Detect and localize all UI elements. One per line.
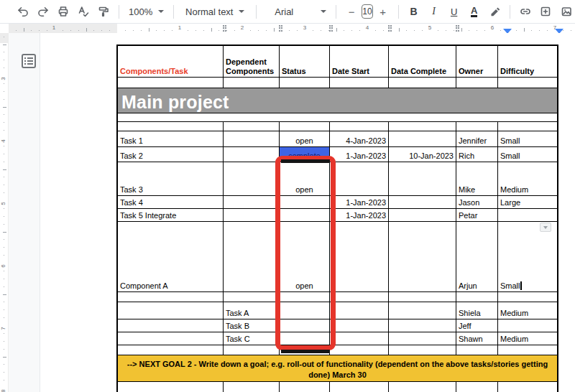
empty-cell[interactable] xyxy=(456,345,498,355)
empty-cell[interactable] xyxy=(498,292,558,302)
empty-cell[interactable] xyxy=(224,78,280,88)
horizontal-ruler[interactable]: 11234567 xyxy=(9,24,575,33)
empty-cell[interactable] xyxy=(498,382,558,392)
add-comment-button[interactable] xyxy=(537,3,554,20)
column-header[interactable]: Data Complete xyxy=(389,46,456,78)
table-cell[interactable]: Medium xyxy=(498,162,558,196)
table-cell[interactable]: Medium xyxy=(498,332,558,345)
table-cell[interactable] xyxy=(330,302,389,319)
table-cell[interactable]: Task B xyxy=(224,319,280,332)
table-cell[interactable] xyxy=(118,302,224,319)
column-header[interactable]: Owner xyxy=(456,46,498,78)
section-banner-main-project[interactable]: Main project xyxy=(118,88,558,113)
table-cell[interactable]: complete xyxy=(280,147,330,162)
table-cell[interactable] xyxy=(280,196,330,209)
insert-link-button[interactable] xyxy=(517,3,534,20)
table-cell[interactable] xyxy=(389,162,456,196)
table-cell[interactable]: Task 3 xyxy=(118,162,224,196)
table-cell[interactable]: Task A xyxy=(224,302,280,319)
empty-cell[interactable] xyxy=(118,78,224,88)
table-cell[interactable] xyxy=(280,319,330,332)
table-cell[interactable]: Jennifer xyxy=(456,131,498,147)
table-cell[interactable] xyxy=(498,209,558,222)
empty-cell[interactable] xyxy=(330,345,389,355)
italic-button[interactable]: I xyxy=(426,3,443,20)
table-cell[interactable]: Shiela xyxy=(456,302,498,319)
table-cell[interactable] xyxy=(118,332,224,345)
paragraph-style-select[interactable]: Normal text xyxy=(180,3,249,20)
empty-cell[interactable] xyxy=(389,78,456,88)
table-cell[interactable] xyxy=(224,131,280,147)
table-cell[interactable]: Arjun xyxy=(456,222,498,292)
column-resize-handle[interactable] xyxy=(388,25,392,32)
table-cell[interactable]: Component A xyxy=(118,222,224,292)
table-cell[interactable] xyxy=(224,147,280,162)
empty-cell[interactable] xyxy=(330,382,389,392)
bold-button[interactable]: B xyxy=(405,3,423,20)
table-cell[interactable] xyxy=(389,196,456,209)
empty-cell[interactable] xyxy=(224,382,280,392)
table-cell[interactable] xyxy=(224,162,280,196)
empty-cell[interactable] xyxy=(280,122,330,131)
table-cell[interactable]: 10-Jan-2023 xyxy=(389,147,456,162)
table-cell[interactable] xyxy=(280,332,330,345)
table-cell[interactable]: Mike xyxy=(456,162,498,196)
table-cell[interactable]: open xyxy=(280,162,330,196)
increase-font-size-button[interactable]: + xyxy=(374,3,392,20)
underline-button[interactable]: U xyxy=(446,3,463,20)
cell-dropdown-button[interactable] xyxy=(540,223,551,232)
empty-cell[interactable] xyxy=(498,345,558,355)
table-cell[interactable]: Small xyxy=(498,222,558,292)
empty-cell[interactable] xyxy=(389,382,456,392)
decrease-font-size-button[interactable]: − xyxy=(343,3,360,20)
table-cell[interactable] xyxy=(389,332,456,345)
empty-cell[interactable] xyxy=(224,345,280,355)
empty-cell[interactable] xyxy=(456,292,498,302)
merged-empty-row[interactable] xyxy=(118,113,558,122)
empty-cell[interactable] xyxy=(456,78,498,88)
empty-cell[interactable] xyxy=(224,292,280,302)
spell-check-button[interactable] xyxy=(75,3,92,20)
table-cell[interactable]: Large xyxy=(498,196,558,209)
redo-button[interactable] xyxy=(34,3,52,20)
table-cell[interactable]: Jason xyxy=(456,196,498,209)
table-cell[interactable]: Task 1 xyxy=(118,131,224,147)
empty-cell[interactable] xyxy=(389,122,456,131)
empty-cell[interactable] xyxy=(280,292,330,302)
empty-cell[interactable] xyxy=(389,345,456,355)
table-cell[interactable] xyxy=(389,131,456,147)
empty-cell[interactable] xyxy=(330,122,389,131)
column-resize-handle[interactable] xyxy=(223,25,226,32)
table-cell[interactable] xyxy=(118,319,224,332)
table-cell[interactable]: 1-Jan-2023 xyxy=(330,209,389,222)
font-select[interactable]: Arial xyxy=(263,3,329,20)
empty-cell[interactable] xyxy=(224,122,280,131)
column-resize-handle[interactable] xyxy=(279,25,282,32)
table-cell[interactable]: Rich xyxy=(456,147,498,162)
table-cell[interactable] xyxy=(224,196,280,209)
table-cell[interactable] xyxy=(224,209,280,222)
table-cell[interactable] xyxy=(280,209,330,222)
column-header[interactable]: Date Start xyxy=(330,46,389,78)
font-size-input[interactable]: 10 xyxy=(362,4,372,19)
table-cell[interactable] xyxy=(389,209,456,222)
table-cell[interactable]: Medium xyxy=(498,302,558,319)
column-header[interactable]: Components/Task xyxy=(118,46,224,78)
table-cell[interactable]: 1-Jan-2023 xyxy=(330,196,389,209)
table-cell[interactable]: Petar xyxy=(456,209,498,222)
show-outline-button[interactable] xyxy=(22,54,36,68)
table-cell[interactable]: Task 2 xyxy=(118,147,224,162)
table-cell[interactable]: Task 5 Integrate xyxy=(118,209,224,222)
table-cell[interactable]: 1-Jan-2023 xyxy=(330,147,389,162)
empty-cell[interactable] xyxy=(498,122,558,131)
empty-cell[interactable] xyxy=(118,345,224,355)
undo-button[interactable] xyxy=(14,3,32,20)
table-cell[interactable]: Small xyxy=(498,131,558,147)
table-cell[interactable] xyxy=(330,319,389,332)
empty-cell[interactable] xyxy=(118,292,224,302)
column-resize-handle[interactable] xyxy=(456,25,459,32)
text-color-button[interactable]: A xyxy=(466,3,483,20)
table-cell[interactable] xyxy=(389,319,456,332)
table-cell[interactable]: Task C xyxy=(224,332,280,345)
empty-cell[interactable] xyxy=(498,78,558,88)
